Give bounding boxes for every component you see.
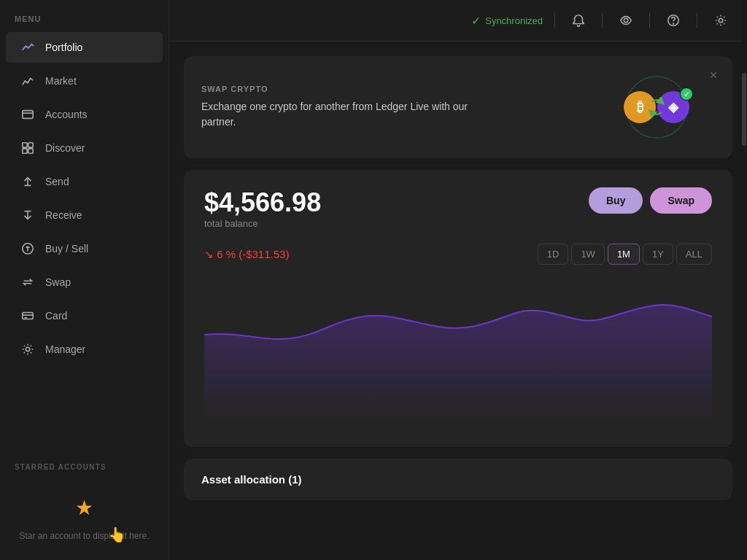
- asset-allocation-title: Asset allocation (1): [201, 473, 715, 486]
- sidebar-item-discover[interactable]: Discover: [6, 133, 163, 163]
- swap-icon: [20, 275, 35, 289]
- starred-placeholder: ★ Star an account to display it here. 👆: [6, 478, 163, 551]
- sync-status: ✓ Synchronized: [471, 14, 543, 28]
- scrollbar-track: [741, 0, 747, 560]
- topbar: ✓ Synchronized: [169, 0, 747, 42]
- portfolio-balance-section: $4,566.98 total balance: [204, 187, 321, 241]
- sync-check-icon: ✓: [471, 14, 481, 28]
- buysell-icon: [20, 241, 35, 256]
- portfolio-header: $4,566.98 total balance Buy Swap: [204, 187, 712, 241]
- swap-banner: SWAP CRYPTO Exchange one crypto for anot…: [184, 56, 732, 158]
- svg-text:◈: ◈: [667, 100, 679, 114]
- topbar-divider-3: [649, 13, 650, 28]
- discover-icon: [20, 141, 35, 155]
- star-icon: ★: [75, 493, 93, 524]
- portfolio-actions: Buy Swap: [589, 187, 712, 214]
- topbar-divider-4: [697, 13, 697, 28]
- starred-label: STARRED ACCOUNTS: [6, 463, 163, 478]
- svg-text:✓: ✓: [684, 90, 689, 98]
- main-content: ✓ Synchronized: [169, 0, 747, 560]
- starred-accounts-section: STARRED ACCOUNTS ★ Star an account to di…: [0, 451, 169, 560]
- page-scroll-area: SWAP CRYPTO Exchange one crypto for anot…: [169, 42, 747, 560]
- svg-rect-0: [23, 111, 33, 119]
- portfolio-card: $4,566.98 total balance Buy Swap ↘ 6 % (…: [184, 170, 732, 447]
- help-icon[interactable]: [662, 9, 685, 32]
- portfolio-chart: [204, 276, 712, 422]
- sidebar-item-buysell[interactable]: Buy / Sell: [6, 233, 163, 264]
- sync-text: Synchronized: [485, 15, 543, 26]
- svg-point-17: [624, 18, 627, 22]
- menu-label: MENU: [0, 0, 169, 31]
- portfolio-change: ↘ 6 % (-$311.53): [204, 248, 289, 261]
- time-filters: 1D 1W 1M 1Y ALL: [538, 244, 712, 265]
- svg-rect-4: [23, 149, 27, 153]
- accounts-icon: [20, 107, 35, 122]
- sidebar-item-send[interactable]: Send: [6, 166, 163, 197]
- settings-icon[interactable]: [709, 9, 732, 32]
- send-icon: [20, 174, 35, 189]
- time-filter-1y[interactable]: 1Y: [643, 244, 673, 265]
- sidebar-item-manager[interactable]: Manager: [6, 334, 163, 365]
- market-icon: [20, 74, 35, 88]
- change-text: ↘ 6 % (-$311.53): [204, 248, 289, 261]
- portfolio-balance: $4,566.98: [204, 187, 321, 218]
- swap-banner-tag: SWAP CRYPTO: [201, 85, 598, 93]
- portfolio-icon: [20, 40, 35, 55]
- cursor-hand-icon: 👆: [108, 524, 126, 545]
- swap-banner-content: SWAP CRYPTO Exchange one crypto for anot…: [201, 85, 598, 130]
- svg-rect-2: [23, 143, 27, 147]
- scrollbar-thumb[interactable]: [742, 73, 746, 146]
- sidebar-item-card[interactable]: Card: [6, 300, 163, 331]
- banner-close-button[interactable]: ×: [705, 66, 722, 84]
- time-filter-all[interactable]: ALL: [676, 244, 712, 265]
- sidebar-item-receive[interactable]: Receive: [6, 200, 163, 230]
- svg-point-20: [719, 18, 722, 22]
- starred-placeholder-text: Star an account to display it here.: [19, 529, 149, 542]
- sidebar: MENU Portfolio Market Accounts: [0, 0, 169, 560]
- svg-rect-13: [23, 313, 33, 319]
- swap-button[interactable]: Swap: [650, 187, 712, 214]
- time-filter-1d[interactable]: 1D: [538, 244, 569, 265]
- time-filter-1m[interactable]: 1M: [608, 244, 640, 265]
- svg-text:₿: ₿: [637, 100, 643, 114]
- manager-icon: [20, 342, 35, 357]
- swap-banner-image: ₿ ◈ ✓: [598, 71, 715, 144]
- portfolio-row2: ↘ 6 % (-$311.53) 1D 1W 1M 1Y ALL: [204, 244, 712, 265]
- visibility-icon[interactable]: [614, 9, 638, 32]
- swap-banner-description: Exchange one crypto for another from Led…: [201, 99, 479, 130]
- svg-point-16: [26, 347, 29, 351]
- receive-icon: [20, 208, 35, 222]
- balance-label: total balance: [204, 218, 321, 229]
- sidebar-item-accounts[interactable]: Accounts: [6, 99, 163, 130]
- card-icon: [20, 308, 35, 323]
- buy-button[interactable]: Buy: [589, 187, 643, 214]
- svg-point-19: [673, 23, 674, 24]
- asset-allocation-section: Asset allocation (1): [184, 459, 732, 500]
- topbar-divider-1: [554, 13, 555, 28]
- sidebar-item-swap[interactable]: Swap: [6, 267, 163, 298]
- sidebar-item-portfolio[interactable]: Portfolio: [6, 32, 163, 63]
- sidebar-item-market[interactable]: Market: [6, 66, 163, 96]
- notification-icon[interactable]: [567, 9, 590, 32]
- time-filter-1w[interactable]: 1W: [571, 244, 605, 265]
- svg-rect-5: [28, 149, 33, 153]
- topbar-divider-2: [602, 13, 603, 28]
- svg-rect-3: [28, 143, 33, 147]
